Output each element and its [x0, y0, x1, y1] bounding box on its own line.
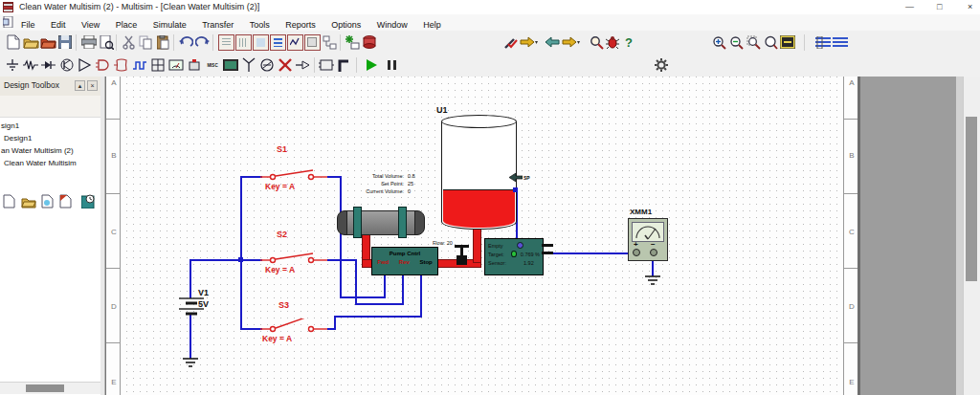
place-analog-button[interactable]: [77, 56, 94, 74]
wire[interactable]: [327, 259, 356, 261]
redo-button[interactable]: [193, 33, 212, 52]
pause-button[interactable]: [383, 56, 400, 74]
pump-control-box[interactable]: Pump Cntrl Fwd Rev Stop: [371, 247, 438, 275]
menu-help[interactable]: Help: [417, 18, 447, 32]
place-ni-component-button[interactable]: [277, 56, 294, 74]
pump-rev-button[interactable]: Rev: [399, 259, 410, 265]
menu-file[interactable]: File: [15, 18, 41, 32]
panel-close-button[interactable]: ×: [87, 80, 98, 91]
ground-symbol[interactable]: [182, 358, 199, 368]
place-connector-button[interactable]: [295, 56, 312, 74]
zoom-fit-button[interactable]: [761, 33, 780, 52]
refresh-view-button[interactable]: [81, 194, 96, 212]
menu-simulate[interactable]: Simulate: [147, 18, 192, 32]
new-button[interactable]: [4, 33, 23, 52]
place-rf-button[interactable]: [240, 56, 257, 74]
tree-item-clean-water-2[interactable]: an Water Multisim (2): [1, 146, 74, 155]
place-hierarchical-block-button[interactable]: [318, 56, 335, 74]
erc-button[interactable]: [501, 33, 520, 52]
wire[interactable]: [384, 274, 386, 298]
run-button[interactable]: [363, 56, 380, 74]
toggle-postprocessor-button[interactable]: [302, 33, 322, 52]
place-misc-digital-button[interactable]: [131, 56, 148, 74]
place-power-button[interactable]: [186, 56, 203, 74]
open-design-button[interactable]: [21, 195, 36, 212]
menu-window[interactable]: Window: [371, 18, 413, 32]
wire[interactable]: [189, 259, 262, 261]
panel-hscrollbar-thumb[interactable]: [26, 384, 64, 392]
place-indicator-button[interactable]: [167, 56, 185, 74]
description-box-button[interactable]: [813, 33, 833, 52]
switch-s2[interactable]: [260, 250, 327, 265]
menu-place[interactable]: Place: [110, 18, 144, 32]
zoom-area-button[interactable]: [744, 33, 763, 52]
switch-s1[interactable]: [260, 166, 327, 182]
place-ttl-button[interactable]: [95, 56, 112, 74]
place-transistor-button[interactable]: [58, 56, 76, 74]
fullscreen-button[interactable]: [778, 33, 797, 52]
switch-s3[interactable]: [260, 318, 327, 334]
wire[interactable]: [355, 303, 403, 305]
toggle-spreadsheet-button[interactable]: [234, 33, 253, 52]
transfer-forward-button[interactable]: [518, 33, 541, 52]
copy-button[interactable]: [136, 33, 155, 52]
wire[interactable]: [552, 252, 638, 254]
cut-button[interactable]: [119, 33, 138, 52]
toggle-database-button[interactable]: [268, 33, 287, 52]
toggle-grapher-button[interactable]: [285, 33, 304, 52]
place-cmos-button[interactable]: [113, 56, 130, 74]
wire[interactable]: [334, 316, 421, 318]
multimeter-xmm1[interactable]: + −: [628, 218, 668, 261]
place-bus-button[interactable]: [335, 56, 352, 74]
database-manager-button[interactable]: [360, 33, 379, 52]
toggle-instrument-button[interactable]: [251, 33, 270, 52]
pump-stop-button[interactable]: Stop: [419, 259, 432, 265]
probe-settings-button[interactable]: [653, 56, 670, 74]
close-button[interactable]: ×: [968, 2, 972, 11]
paste-button[interactable]: [153, 33, 172, 52]
minus-terminal[interactable]: [650, 249, 657, 256]
save-design-button[interactable]: [41, 194, 54, 212]
undo-button[interactable]: [176, 33, 195, 52]
place-basic-button[interactable]: [22, 56, 39, 74]
setpoint-arrow-icon[interactable]: [509, 173, 523, 182]
pump-fwd-button[interactable]: Fwd: [377, 259, 389, 265]
new-design-button[interactable]: [3, 194, 15, 212]
place-source-button[interactable]: [4, 56, 21, 74]
wire[interactable]: [240, 176, 242, 330]
wire[interactable]: [327, 176, 341, 178]
wire[interactable]: [334, 316, 336, 330]
wire[interactable]: [420, 274, 422, 318]
toggle-hierarchy-button[interactable]: [320, 33, 339, 52]
wire[interactable]: [402, 274, 404, 305]
tree-item-design[interactable]: sign1: [1, 121, 19, 130]
water-tank[interactable]: [441, 115, 517, 230]
wire[interactable]: [241, 176, 262, 178]
open-button[interactable]: [21, 33, 40, 52]
menu-reports[interactable]: Reports: [279, 18, 322, 32]
help-button[interactable]: ?: [619, 33, 638, 52]
level-sensor-box[interactable]: Empty Target: 0.769 % Sensor: 1.92: [484, 238, 544, 275]
save-button[interactable]: [56, 33, 75, 52]
battery-v1[interactable]: [178, 293, 205, 318]
tree-item-clean-water[interactable]: Clean Water Multisim: [4, 159, 77, 167]
wire[interactable]: [240, 328, 262, 330]
place-misc-button[interactable]: MISC: [204, 56, 221, 74]
component-wizard-button[interactable]: [343, 33, 362, 52]
menu-edit[interactable]: Edit: [45, 18, 72, 32]
maximize-button[interactable]: □: [937, 2, 942, 11]
menu-tools[interactable]: Tools: [244, 18, 276, 32]
place-peripherals-button[interactable]: [222, 56, 239, 74]
print-preview-button[interactable]: [97, 33, 116, 52]
print-button[interactable]: [79, 33, 99, 52]
zoom-in-button[interactable]: [709, 33, 728, 52]
edit-description-button[interactable]: [831, 33, 850, 52]
transfer-back-button[interactable]: [543, 33, 562, 52]
plus-terminal[interactable]: [633, 249, 640, 256]
toggle-breadcrumb-button[interactable]: [216, 33, 235, 52]
place-electromech-button[interactable]: [258, 56, 276, 74]
place-mixed-button[interactable]: [149, 56, 167, 74]
ground-symbol[interactable]: [644, 275, 661, 286]
transfer-forward-annotate-button[interactable]: [560, 33, 583, 52]
canvas-vscrollbar-thumb[interactable]: [966, 117, 977, 281]
